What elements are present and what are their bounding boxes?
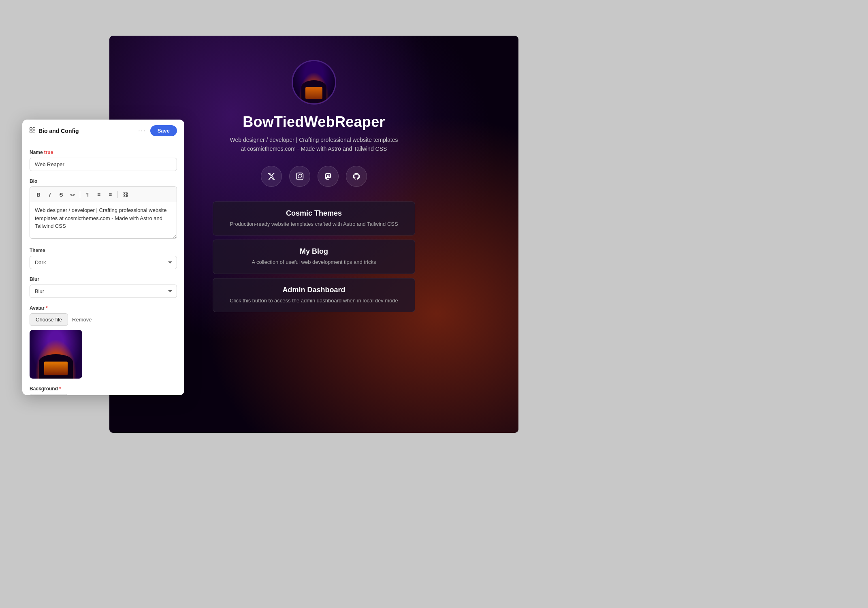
- admin-title: Admin Dashboard: [223, 286, 405, 294]
- svg-rect-5: [30, 131, 32, 133]
- avatar-field-group: Avatar * Choose file Remove: [30, 305, 177, 379]
- svg-rect-6: [33, 131, 35, 133]
- blur-label: Blur: [30, 276, 177, 282]
- svg-point-2: [301, 174, 302, 175]
- config-header: Bio and Config ··· Save: [22, 120, 184, 142]
- theme-field-group: Theme Dark Light Auto: [30, 248, 177, 269]
- config-body: Name true Bio B I S <> ¶ ≡ ≡ ⛓ Web des: [22, 142, 184, 395]
- link-card-blog[interactable]: My Blog A collection of useful web devel…: [213, 240, 415, 274]
- list-ol-button[interactable]: ≡: [105, 189, 115, 200]
- cosmic-themes-title: Cosmic Themes: [223, 209, 405, 218]
- name-label: Name true: [30, 150, 177, 155]
- name-field-group: Name true: [30, 150, 177, 171]
- profile-avatar: [292, 60, 336, 105]
- link-button[interactable]: ⛓: [120, 189, 130, 200]
- background-label: Background *: [30, 386, 177, 392]
- cosmic-themes-desc: Production-ready website templates craft…: [223, 220, 405, 228]
- bold-button[interactable]: B: [33, 189, 44, 200]
- strikethrough-button[interactable]: S: [56, 189, 66, 200]
- avatar-label: Avatar *: [30, 305, 177, 311]
- avatar-preview-image: [30, 330, 82, 379]
- blog-desc: A collection of useful web development t…: [223, 258, 405, 266]
- code-button[interactable]: <>: [67, 189, 78, 200]
- admin-desc: Click this button to access the admin da…: [223, 297, 405, 305]
- name-input[interactable]: [30, 158, 177, 171]
- blur-select[interactable]: Blur None: [30, 285, 177, 298]
- list-ul-button[interactable]: ≡: [94, 189, 104, 200]
- link-card-cosmic-themes[interactable]: Cosmic Themes Production-ready website t…: [213, 201, 415, 236]
- config-header-right: ··· Save: [138, 125, 177, 136]
- background-required-star: *: [59, 386, 61, 392]
- github-icon[interactable]: [346, 166, 367, 187]
- format-button[interactable]: ¶: [82, 189, 93, 200]
- config-panel: Bio and Config ··· Save Name true Bio B …: [22, 120, 184, 395]
- social-icons-row: [261, 166, 367, 187]
- avatar-figure: [293, 61, 335, 103]
- blur-field-group: Blur Blur None: [30, 276, 177, 298]
- toolbar-separator-1: [80, 191, 80, 198]
- background-field-group: Background * Choose file Remove: [30, 386, 177, 395]
- three-dots-menu[interactable]: ···: [138, 127, 146, 135]
- theme-label: Theme: [30, 248, 177, 253]
- rich-text-toolbar: B I S <> ¶ ≡ ≡ ⛓: [30, 186, 177, 202]
- svg-rect-3: [30, 128, 32, 130]
- config-header-left: Bio and Config: [30, 127, 79, 134]
- bio-field-group: Bio B I S <> ¶ ≡ ≡ ⛓ Web designer / deve…: [30, 178, 177, 240]
- config-panel-icon: [30, 127, 35, 134]
- save-button[interactable]: Save: [150, 125, 177, 136]
- avatar-choose-file-button[interactable]: Choose file: [30, 313, 68, 326]
- instagram-icon[interactable]: [289, 166, 310, 187]
- blog-title: My Blog: [223, 247, 405, 256]
- bio-line-2: at cosmicthemes.com - Made with Astro an…: [241, 146, 387, 152]
- toolbar-separator-2: [117, 191, 118, 198]
- x-twitter-icon[interactable]: [261, 166, 282, 187]
- avatar-preview-inner: [30, 330, 82, 379]
- link-cards-list: Cosmic Themes Production-ready website t…: [213, 201, 415, 313]
- avatar-file-row: Choose file Remove: [30, 313, 177, 326]
- profile-name: BowTiedWebReaper: [243, 113, 385, 131]
- italic-button[interactable]: I: [45, 189, 55, 200]
- theme-select[interactable]: Dark Light Auto: [30, 256, 177, 269]
- profile-bio: Web designer / developer | Crafting prof…: [230, 135, 398, 154]
- link-card-admin[interactable]: Admin Dashboard Click this button to acc…: [213, 278, 415, 313]
- avatar-required-star: *: [46, 305, 48, 311]
- bio-textarea[interactable]: Web designer / developer | Crafting prof…: [30, 202, 177, 239]
- config-panel-title: Bio and Config: [38, 128, 79, 134]
- svg-point-1: [298, 175, 301, 178]
- mastodon-icon[interactable]: [318, 166, 339, 187]
- background-file-row: Choose file Remove: [30, 394, 177, 395]
- svg-rect-0: [296, 173, 303, 180]
- background-choose-file-button[interactable]: Choose file: [30, 394, 68, 395]
- svg-rect-4: [33, 128, 35, 130]
- name-required-star: true: [44, 150, 53, 155]
- bio-label: Bio: [30, 178, 177, 184]
- avatar-remove-button[interactable]: Remove: [72, 317, 92, 323]
- bio-line-1: Web designer / developer | Crafting prof…: [230, 137, 398, 143]
